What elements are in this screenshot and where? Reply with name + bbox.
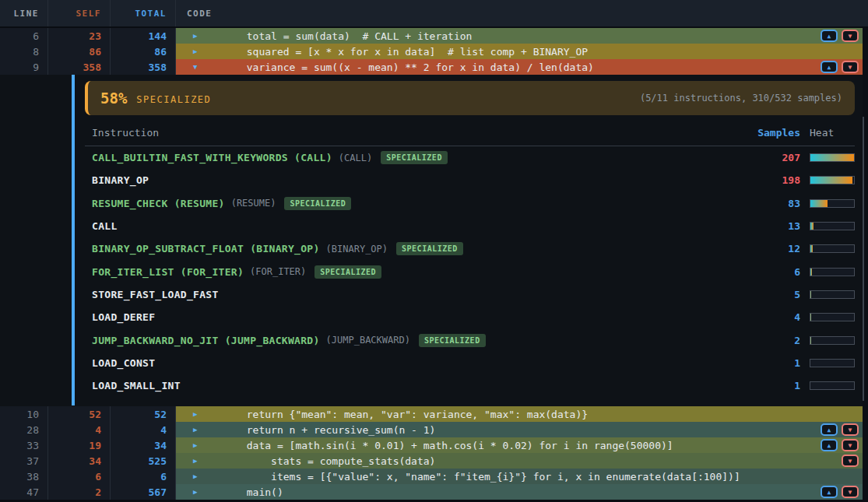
code-cell[interactable]: ▶ items = [{"value": x, "name": f"item_{… (176, 469, 868, 484)
heat-bar (810, 313, 855, 321)
code-cell[interactable]: ▶ main() ▲▼ (176, 484, 868, 500)
code-line-row[interactable]: 9 358 358 ▼ variance = sum((x - mean) **… (0, 59, 868, 75)
total-time-cell: 525 (111, 453, 176, 469)
move-up-button[interactable]: ▲ (821, 30, 838, 42)
instruction-row: CALL 13 (85, 215, 855, 237)
instruction-row: LOAD_CONST 1 (85, 352, 855, 374)
code-cell[interactable]: ▶ squared = [x * x for x in data] # list… (176, 44, 868, 59)
instruction-row: STORE_FAST_LOAD_FAST 5 (85, 283, 855, 306)
instruction-name: BINARY_OP_SUBTRACT_FLOAT (BINARY_OP) (92, 243, 320, 255)
code-line-row[interactable]: 6 23 144 ▶ total = sum(data) # CALL + it… (0, 28, 868, 44)
code-cell[interactable]: ▶ return {"mean": mean, "var": variance,… (176, 406, 868, 422)
self-time-cell: 52 (48, 406, 111, 422)
code-line-row[interactable]: 37 34 525 ▶ stats = compute_stats(data) … (0, 453, 868, 469)
total-time-cell: 567 (111, 484, 176, 500)
self-time-cell: 86 (48, 44, 111, 59)
line-number-cell: 6 (0, 28, 48, 44)
line-number-cell: 47 (0, 484, 48, 500)
instruction-row: JUMP_BACKWARD_NO_JIT (JUMP_BACKWARD) (JU… (85, 328, 855, 351)
expand-arrow-icon[interactable]: ▶ (193, 441, 204, 449)
heat-bar-track (810, 290, 855, 299)
samples-count: 207 (754, 152, 800, 163)
heat-bar (810, 153, 855, 162)
heat-bar-track (810, 381, 855, 390)
code-cell[interactable]: ▼ variance = sum((x - mean) ** 2 for x i… (176, 59, 868, 75)
expand-arrow-icon[interactable]: ▶ (193, 488, 204, 496)
samples-count: 4 (754, 311, 800, 323)
move-down-button[interactable]: ▼ (842, 30, 859, 42)
line-number-cell: 37 (0, 453, 48, 469)
instruction-row: LOAD_DEREF 4 (85, 306, 855, 328)
code-line-row[interactable]: 28 4 4 ▶ return n + recursive_sum(n - 1)… (0, 422, 868, 437)
scrollbar-thumb[interactable] (863, 117, 864, 401)
heat-bar-fill (810, 314, 811, 321)
heat-bar-fill (810, 269, 812, 276)
code-cell[interactable]: ▶ data = [math.sin(i * 0.01) + math.cos(… (176, 437, 868, 453)
instruction-header: Instruction (92, 127, 754, 139)
code-cell[interactable]: ▶ total = sum(data) # CALL + iteration ▲… (176, 28, 868, 44)
code-cell[interactable]: ▶ return n + recursive_sum(n - 1) ▲▼ (176, 422, 868, 437)
instruction-name-group: LOAD_CONST (92, 357, 754, 369)
heat-bar-fill (810, 245, 813, 252)
heat-bar-track (810, 244, 855, 253)
code-line-row[interactable]: 33 19 34 ▶ data = [math.sin(i * 0.01) + … (0, 437, 868, 453)
move-up-button[interactable]: ▲ (821, 439, 838, 451)
code-line-row[interactable]: 38 6 6 ▶ items = [{"value": x, "name": f… (0, 469, 868, 484)
self-time-cell: 6 (48, 469, 111, 484)
instruction-base-name: (FOR_ITER) (250, 266, 306, 277)
instruction-rows: CALL_BUILTIN_FAST_WITH_KEYWORDS (CALL) (… (85, 146, 855, 397)
expand-arrow-icon[interactable]: ▶ (193, 472, 204, 480)
samples-count: 1 (754, 357, 800, 369)
move-up-button[interactable]: ▲ (821, 423, 838, 436)
samples-header[interactable]: Samples (754, 127, 800, 139)
self-column-header[interactable]: SELF (48, 0, 111, 26)
code-text: return n + recursive_sum(n - 1) (204, 424, 435, 436)
row-buttons: ▼ (842, 455, 859, 467)
code-line-row[interactable]: 47 2 567 ▶ main() ▲▼ (0, 484, 868, 500)
heat-bar-track (810, 199, 855, 208)
instruction-row: FOR_ITER_LIST (FOR_ITER) (FOR_ITER) SPEC… (85, 260, 855, 283)
instruction-name-group: LOAD_SMALL_INT (92, 380, 754, 391)
move-down-button[interactable]: ▼ (842, 61, 859, 73)
move-down-button[interactable]: ▼ (842, 486, 859, 498)
expand-arrow-icon[interactable]: ▶ (193, 410, 204, 418)
move-down-button[interactable]: ▼ (842, 439, 859, 451)
move-down-button[interactable]: ▼ (842, 455, 859, 467)
move-down-button[interactable]: ▼ (842, 423, 859, 436)
instruction-name: CALL_BUILTIN_FAST_WITH_KEYWORDS (CALL) (92, 152, 332, 163)
code-cell[interactable]: ▶ stats = compute_stats(data) ▼ (176, 453, 868, 469)
heat-bar-track (810, 336, 855, 345)
expand-arrow-icon[interactable]: ▶ (193, 426, 204, 434)
instruction-base-name: (RESUME) (231, 198, 276, 209)
instruction-base-name: (BINARY_OP) (326, 244, 388, 255)
heat-bar-track (810, 359, 855, 367)
expand-arrow-icon[interactable]: ▶ (193, 457, 204, 465)
move-up-button[interactable]: ▲ (821, 61, 838, 73)
code-rows-top: 6 23 144 ▶ total = sum(data) # CALL + it… (0, 28, 868, 75)
heat-bar-track (810, 222, 855, 230)
expand-arrow-icon[interactable]: ▶ (193, 32, 204, 40)
code-rows-bottom: 10 52 52 ▶ return {"mean": mean, "var": … (0, 406, 868, 500)
self-time-cell: 4 (48, 422, 111, 437)
heat-bar (810, 359, 855, 367)
heat-bar (810, 199, 855, 208)
code-column-header: CODE (176, 0, 868, 26)
line-number-cell: 10 (0, 406, 48, 422)
total-column-header[interactable]: TOTAL (111, 0, 176, 26)
code-line-row[interactable]: 8 86 86 ▶ squared = [x * x for x in data… (0, 44, 868, 59)
expand-arrow-icon[interactable]: ▶ (193, 47, 204, 55)
heat-bar-track (810, 176, 855, 184)
heat-bar (810, 222, 855, 230)
column-header-row: LINE SELF TOTAL CODE (0, 0, 868, 28)
instruction-name: JUMP_BACKWARD_NO_JIT (JUMP_BACKWARD) (92, 335, 320, 346)
code-text: data = [math.sin(i * 0.01) + math.cos(i … (204, 440, 673, 451)
heat-bar (810, 268, 855, 276)
samples-count: 13 (754, 220, 800, 232)
move-up-button[interactable]: ▲ (821, 486, 838, 498)
code-line-row[interactable]: 10 52 52 ▶ return {"mean": mean, "var": … (0, 406, 868, 422)
samples-count: 12 (754, 243, 800, 255)
heat-bar-track (810, 313, 855, 321)
expand-arrow-icon[interactable]: ▼ (193, 63, 204, 71)
instruction-name: RESUME_CHECK (RESUME) (92, 198, 225, 209)
instruction-row: CALL_BUILTIN_FAST_WITH_KEYWORDS (CALL) (… (85, 146, 855, 169)
